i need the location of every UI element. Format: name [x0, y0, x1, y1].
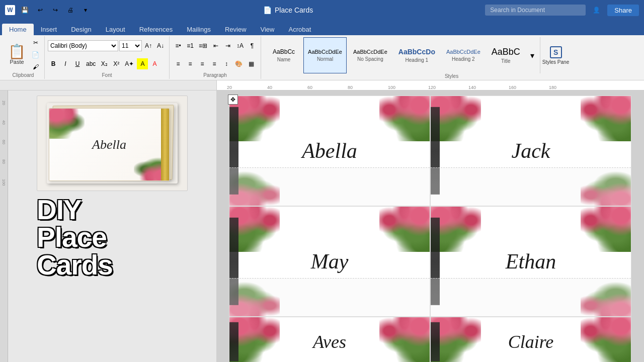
styles-label: Styles	[264, 73, 639, 79]
tab-layout[interactable]: Layout	[99, 24, 132, 35]
more-button[interactable]: ▾	[80, 5, 91, 16]
move-handle[interactable]: ✥	[228, 95, 238, 105]
numbering-button[interactable]: ≡1	[185, 40, 196, 51]
diy-overlay: DIY Place Cards	[37, 196, 188, 279]
style-name-label: Name	[277, 57, 291, 62]
bullets-button[interactable]: ≡•	[173, 40, 184, 51]
strikethrough-button[interactable]: abc	[84, 58, 98, 69]
card-name-6: Claire	[508, 331, 554, 352]
bold-button[interactable]: B	[48, 58, 59, 69]
style-heading2-preview: AaBbCcDdEe	[446, 49, 480, 55]
ribbon-group-paragraph: ≡• ≡1 ≡⊞ ⇤ ⇥ ↕A ¶ ≡ ≡ ≡ ≡ ↕ 🎨 ▦ Paragrap…	[170, 36, 261, 79]
styles-pane-button[interactable]: S Styles Pane	[540, 37, 571, 73]
subscript-button[interactable]: X₂	[99, 58, 110, 69]
title-bar: W 💾 ↩ ↪ 🖨 ▾ 📄 Place Cards 👤 Share	[0, 0, 644, 20]
clipboard-label: Clipboard	[5, 72, 41, 78]
doc-area[interactable]: ✥ Abella Jack	[216, 90, 644, 362]
ribbon-group-font: Calibri (Body) 11 A↑ A↓ B I U abc X₂ X² …	[45, 36, 170, 79]
style-no-spacing-preview: AaBbCcDdEe	[353, 49, 387, 55]
place-card-jack[interactable]: Jack	[430, 96, 631, 206]
tab-insert[interactable]: Insert	[34, 24, 64, 35]
paste-button[interactable]: 📋 Paste	[5, 43, 29, 67]
ruler-vertical: 20 40 60 80 100	[0, 90, 8, 362]
title-bar-left: W 💾 ↩ ↪ 🖨 ▾	[5, 5, 91, 16]
font-size-select[interactable]: 11	[119, 40, 142, 51]
highlight-button[interactable]: A	[137, 58, 148, 69]
style-title-label: Title	[501, 58, 511, 64]
styles-pane-icon: S	[550, 46, 562, 58]
tab-review[interactable]: Review	[218, 24, 254, 35]
word-icon: W	[5, 5, 15, 15]
shading-button[interactable]: 🎨	[233, 58, 245, 69]
multilevel-button[interactable]: ≡⊞	[197, 40, 209, 51]
style-name[interactable]: AaBbCc Name	[266, 37, 301, 73]
line-spacing-button[interactable]: ↕	[221, 58, 232, 69]
styles-container: AaBbCc Name AaBbCcDdEe Normal AaBbCcDdEe…	[264, 37, 573, 73]
document-title: Place Cards	[275, 6, 313, 14]
save-button[interactable]: 💾	[19, 5, 31, 16]
increase-indent-button[interactable]: ⇥	[222, 40, 233, 51]
ruler-left-pad	[0, 80, 216, 90]
place-card-5[interactable]: Aves	[229, 317, 430, 362]
tab-mailings[interactable]: Mailings	[180, 24, 218, 35]
sort-button[interactable]: ↕A	[234, 40, 246, 51]
ribbon-group-clipboard: 📋 Paste ✂ 📄 🖌 Clipboard	[2, 36, 45, 79]
font-grow-button[interactable]: A↑	[143, 40, 154, 51]
ribbon-group-styles: AaBbCc Name AaBbCcDdEe Normal AaBbCcDdEe…	[261, 36, 642, 79]
card-name-may: May	[311, 249, 349, 274]
document-page: ✥ Abella Jack	[229, 96, 631, 362]
cut-button[interactable]: ✂	[30, 37, 41, 48]
search-input[interactable]	[485, 5, 586, 16]
undo-button[interactable]: ↩	[35, 5, 46, 16]
ribbon: 📋 Paste ✂ 📄 🖌 Clipboard Calibri (Body) 1…	[0, 35, 644, 80]
italic-button[interactable]: I	[60, 58, 71, 69]
fold-line-3	[229, 278, 430, 316]
tab-design[interactable]: Design	[64, 24, 98, 35]
style-no-spacing[interactable]: AaBbCcDdEe No Spacing	[349, 37, 392, 73]
share-button[interactable]: Share	[607, 5, 639, 16]
style-heading1-preview: AaBbCcDo	[398, 48, 435, 56]
style-heading2-label: Heading 2	[452, 56, 475, 62]
justify-button[interactable]: ≡	[209, 58, 220, 69]
fold-line-1	[229, 167, 430, 206]
place-card-ethan[interactable]: Ethan	[430, 206, 631, 317]
account-button[interactable]: 👤	[591, 5, 602, 16]
font-family-select[interactable]: Calibri (Body)	[48, 40, 118, 51]
tab-acrobat[interactable]: Acrobat	[281, 24, 318, 35]
main-area: 20 40 60 80 100 Abella	[0, 90, 644, 362]
feather-left-6	[431, 322, 440, 361]
font-label: Font	[48, 72, 166, 78]
style-heading1[interactable]: AaBbCcDo Heading 1	[394, 37, 440, 73]
place-card-may[interactable]: May	[229, 206, 430, 317]
style-normal[interactable]: AaBbCcDdEe Normal	[303, 37, 347, 73]
copy-button[interactable]: 📄	[30, 49, 41, 60]
place-card-6[interactable]: Claire	[430, 317, 631, 362]
tab-view[interactable]: View	[254, 24, 282, 35]
tab-home[interactable]: Home	[2, 24, 34, 35]
format-painter-button[interactable]: 🖌	[30, 61, 41, 72]
word-doc-icon: 📄	[263, 6, 272, 14]
left-panel: 20 40 60 80 100 Abella	[0, 90, 216, 362]
redo-button[interactable]: ↪	[50, 5, 61, 16]
font-color-button[interactable]: A	[149, 58, 160, 69]
superscript-button[interactable]: X²	[111, 58, 122, 69]
align-center-button[interactable]: ≡	[185, 58, 196, 69]
align-right-button[interactable]: ≡	[197, 58, 208, 69]
ribbon-tabs: Home Insert Design Layout References Mai…	[0, 20, 644, 35]
floral-tr-3	[379, 207, 430, 252]
place-card-abella[interactable]: Abella	[229, 96, 430, 206]
style-title[interactable]: AaBbC Title	[487, 37, 525, 73]
text-effects-button[interactable]: A✦	[123, 58, 136, 69]
decrease-indent-button[interactable]: ⇤	[210, 40, 221, 51]
font-shrink-button[interactable]: A↓	[155, 40, 166, 51]
floral-tr-6	[581, 317, 631, 362]
styles-scroll-button[interactable]: ▾	[527, 50, 538, 61]
show-hide-button[interactable]: ¶	[247, 40, 258, 51]
align-left-button[interactable]: ≡	[173, 58, 184, 69]
ruler-area: 20 40 60 80 100 120 140 160 180	[0, 80, 644, 90]
tab-references[interactable]: References	[132, 24, 180, 35]
style-heading2[interactable]: AaBbCcDdEe Heading 2	[442, 37, 485, 73]
borders-button[interactable]: ▦	[246, 58, 257, 69]
print-button[interactable]: 🖨	[65, 5, 76, 16]
underline-button[interactable]: U	[72, 58, 83, 69]
